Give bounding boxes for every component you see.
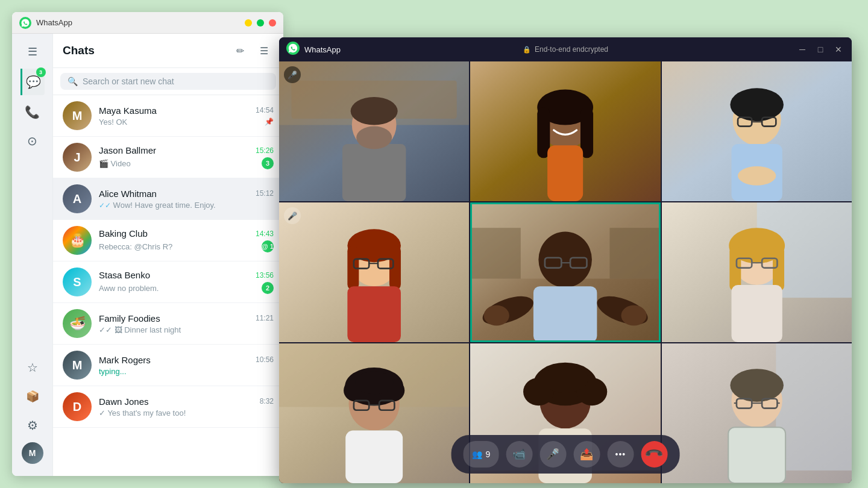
sidebar-starred-button[interactable]: ☆ [20, 355, 45, 380]
video-bg-4 [279, 202, 469, 342]
video-cell-1: 🎤 [279, 61, 469, 201]
chat-preview-stasa: Aww no problem. [99, 284, 259, 293]
chat-info-maya: Maya Kasuma 14:54 Yes! OK 📌 [99, 105, 274, 127]
sidebar-archived-button[interactable]: 📦 [20, 384, 45, 408]
pin-icon-maya: 📌 [265, 117, 274, 126]
unread-badge-jason: 3 [262, 157, 274, 169]
chat-item-jason[interactable]: J Jason Ballmer 15:26 🎬 Video 3 [53, 137, 283, 178]
chats-badge: 3 [36, 67, 46, 77]
chat-info-alice: Alice Whitman 15:12 ✓✓ Wow! Have great t… [99, 189, 274, 210]
search-input[interactable] [83, 77, 269, 86]
avatar-alice: A [63, 184, 92, 213]
close-button[interactable]: ✕ [269, 19, 276, 27]
end-call-icon: 📞 [644, 444, 665, 465]
video-minimize-button[interactable]: ─ [796, 43, 808, 55]
filter-button[interactable]: ☰ [254, 41, 274, 60]
name-row-baking: Baking Club 14:43 [99, 228, 274, 239]
video-title-bar: WhatsApp 🔒 End-to-end endcrypted ─ □ ✕ [279, 37, 852, 61]
chat-time-jason: 15:26 [256, 146, 274, 155]
unread-badge-baking: @ 1 [262, 240, 274, 252]
chat-preview-baking: Rebecca: @Chris R? [99, 242, 259, 251]
svg-rect-14 [547, 145, 583, 201]
sidebar-chats-button[interactable]: 💬 3 [20, 69, 45, 95]
encryption-label: 🔒 End-to-end endcrypted [523, 45, 608, 54]
svg-point-17 [730, 88, 784, 121]
chat-item-family[interactable]: 🍜 Family Foodies 11:21 ✓✓ 🖼 Dinner last … [53, 303, 283, 345]
user-avatar[interactable]: M [22, 442, 43, 464]
encryption-text: End-to-end endcrypted [535, 45, 608, 54]
video-window-controls: ─ □ ✕ [796, 43, 844, 55]
sidebar-status-button[interactable]: ⊙ [20, 129, 45, 153]
chat-info-stasa: Stasa Benko 13:56 Aww no problem. 2 [99, 270, 274, 294]
video-bg-2 [470, 61, 660, 201]
chat-info-family: Family Foodies 11:21 ✓✓ 🖼 Dinner last ni… [99, 313, 274, 334]
svg-rect-65 [345, 430, 403, 483]
more-options-button[interactable]: ••• [607, 441, 634, 468]
video-bg-7 [279, 343, 469, 483]
avatar-family: 🍜 [63, 309, 92, 338]
video-bg-9 [662, 343, 852, 483]
video-toggle-button[interactable]: 📹 [506, 441, 532, 468]
chat-name-alice: Alice Whitman [99, 189, 157, 199]
minimize-button[interactable]: ─ [245, 19, 252, 27]
sidebar-top: ☰ 💬 3 📞 ⊙ [20, 40, 45, 355]
chat-item-stasa[interactable]: S Stasa Benko 13:56 Aww no problem. 2 [53, 261, 283, 303]
avatar-dawn: D [63, 392, 92, 421]
svg-point-43 [484, 305, 509, 326]
end-call-button[interactable]: 📞 [641, 441, 667, 468]
chat-item-dawn[interactable]: D Dawn Jones 8:32 ✓ Yes that's my fave t… [53, 386, 283, 428]
sidebar-menu-button[interactable]: ☰ [20, 40, 45, 64]
search-bar: 🔍 [53, 68, 283, 95]
svg-rect-34 [470, 228, 521, 278]
preview-row-family: ✓✓ 🖼 Dinner last night [99, 325, 274, 334]
chat-time-dawn: 8:32 [260, 397, 274, 405]
name-row-stasa: Stasa Benko 13:56 [99, 270, 274, 280]
call-controls-bar: 👥 9 📹 🎤 📤 ••• 📞 [451, 435, 680, 474]
new-chat-button[interactable]: ✏ [230, 41, 250, 60]
svg-rect-54 [731, 285, 782, 342]
svg-point-7 [356, 127, 392, 149]
chat-item-alice[interactable]: A Alice Whitman 15:12 ✓✓ Wow! Have great… [53, 178, 283, 220]
maximize-button[interactable]: □ [257, 19, 264, 27]
chat-name-dawn: Dawn Jones [99, 396, 149, 407]
microphone-button[interactable]: 🎤 [539, 441, 566, 468]
preview-row-maya: Yes! OK 📌 [99, 117, 274, 127]
chat-preview-dawn: ✓ Yes that's my fave too! [99, 408, 274, 418]
chat-info-mark: Mark Rogers 10:56 typing... [99, 355, 274, 376]
chat-header-actions: ✏ ☰ [230, 41, 274, 60]
sidebar-calls-button[interactable]: 📞 [20, 100, 45, 124]
participants-count: 9 [486, 449, 491, 459]
participants-icon: 👥 [472, 449, 482, 459]
avatar-baking: 🎂 [63, 226, 92, 255]
chat-item-mark[interactable]: M Mark Rogers 10:56 typing... [53, 345, 283, 386]
chat-time-alice: 15:12 [256, 189, 274, 198]
preview-row-alice: ✓✓ Wow! Have great time. Enjoy. [99, 201, 274, 210]
mute-indicator-4: 🎤 [284, 207, 301, 224]
chat-item-baking[interactable]: 🎂 Baking Club 14:43 Rebecca: @Chris R? @… [53, 220, 283, 261]
chat-name-maya: Maya Kasuma [99, 105, 157, 116]
name-row-mark: Mark Rogers 10:56 [99, 355, 274, 365]
video-maximize-button[interactable]: □ [814, 43, 826, 55]
title-bar: WhatsApp ─ □ ✕ [12, 12, 283, 34]
chat-item-maya[interactable]: M Maya Kasuma 14:54 Yes! OK 📌 [53, 95, 283, 137]
video-cell-5 [470, 202, 660, 342]
sidebar-settings-button[interactable]: ⚙ [20, 413, 45, 437]
video-camera-icon: 📹 [512, 448, 526, 461]
participants-button[interactable]: 👥 9 [464, 441, 499, 468]
video-cell-9 [662, 343, 852, 483]
chat-preview-family: ✓✓ 🖼 Dinner last night [99, 325, 274, 334]
chat-info-baking: Baking Club 14:43 Rebecca: @Chris R? @ 1 [99, 228, 274, 252]
screen-share-button[interactable]: 📤 [573, 441, 600, 468]
video-close-button[interactable]: ✕ [832, 43, 844, 55]
svg-rect-83 [728, 427, 785, 483]
whatsapp-video-logo [286, 42, 300, 58]
chat-info-jason: Jason Ballmer 15:26 🎬 Video 3 [99, 145, 274, 169]
svg-point-36 [539, 232, 593, 288]
video-grid: 🎤 [279, 61, 852, 483]
svg-point-72 [542, 365, 588, 393]
svg-rect-75 [776, 343, 852, 471]
lock-icon: 🔒 [523, 46, 531, 54]
chat-header: Chats ✏ ☰ [53, 34, 283, 68]
search-input-wrap[interactable]: 🔍 [60, 73, 276, 90]
video-bg-1 [279, 61, 469, 201]
